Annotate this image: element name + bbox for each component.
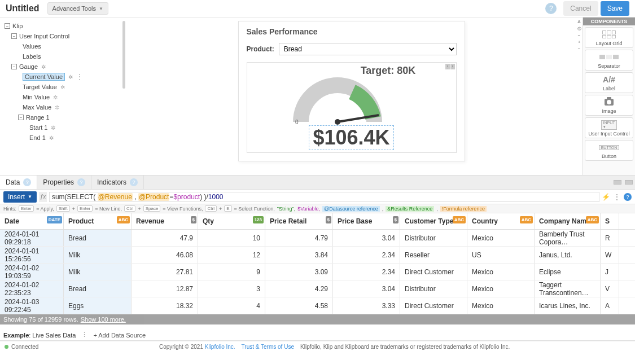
vertical-mini-toolbar[interactable]: A ◎ − + −	[576, 17, 583, 175]
panel-toggle-icon[interactable]	[614, 180, 621, 185]
klipfolio-link[interactable]: Klipfolio Inc.	[205, 344, 235, 350]
tree-range[interactable]: Range 1	[26, 114, 50, 121]
gauge-target-label: Target: 80K	[361, 65, 416, 77]
table-cell: Taggert Transcontinen…	[535, 280, 601, 297]
collapse-icon[interactable]: −	[11, 64, 17, 69]
table-row[interactable]: 2024-01-01 09:29:18Bread47.9104.793.04Di…	[0, 230, 635, 247]
label-icon: A/#	[602, 75, 616, 84]
target-icon[interactable]: ◎	[577, 26, 581, 31]
klip-tree[interactable]: −Klip −User Input Control Values Labels …	[0, 17, 127, 175]
tree-klip[interactable]: Klip	[12, 23, 23, 29]
fx-icon[interactable]: ƒx	[39, 192, 47, 202]
minus-icon[interactable]: −	[578, 46, 581, 51]
table-cell: Eggs	[64, 297, 132, 314]
table-cell: 47.9	[132, 230, 198, 246]
tree-user-input-control[interactable]: User Input Control	[19, 33, 69, 40]
show-more-link[interactable]: Show 100 more.	[81, 316, 126, 323]
table-cell: 18.32	[132, 297, 198, 314]
table-cell: 4.58	[265, 297, 333, 314]
table-row[interactable]: 2024-01-01 15:26:56Milk46.08123.842.34Re…	[0, 247, 635, 264]
table-cell: 2024-01-02 22:35:23	[0, 280, 64, 297]
tree-current-value[interactable]: Current Value	[23, 73, 65, 81]
table-cell: 12	[198, 247, 265, 263]
more-icon[interactable]: ⋮	[81, 331, 87, 339]
table-cell: Bamberly Trust Copora…	[535, 230, 601, 246]
table-cell: US	[467, 247, 535, 263]
component-user-input-control[interactable]: INPUT ▾ User Input Control	[585, 117, 633, 138]
gauge-handle-icon[interactable]: ⋮	[450, 64, 455, 69]
button-chip-icon: BUTTON	[599, 145, 620, 150]
component-layout-grid[interactable]: Layout Grid	[585, 27, 633, 48]
caret-down-icon: ▼	[28, 194, 32, 199]
panel-toggle-icon[interactable]	[625, 180, 633, 185]
table-cell: Milk	[64, 264, 132, 280]
plus-icon[interactable]: +	[578, 40, 581, 45]
help-icon[interactable]: ?	[130, 178, 138, 186]
add-data-source-button[interactable]: + Add Data Source	[93, 332, 146, 339]
svg-point-1	[335, 119, 340, 125]
tab-indicators[interactable]: Indicators?	[91, 176, 144, 189]
tree-end[interactable]: End 1	[29, 134, 46, 141]
gauge-icon: 0	[278, 77, 425, 129]
dash-icon[interactable]: −	[578, 33, 581, 38]
collapse-icon[interactable]: −	[5, 23, 10, 29]
tree-target-value[interactable]: Target Value	[23, 84, 57, 90]
gauge-container: ⋮⋮ Target: 80K 0 $106.4K	[247, 62, 457, 153]
more-icon[interactable]: ⋮	[76, 73, 83, 81]
components-panel: COMPONENTS Layout Grid Separator A/# Lab…	[583, 17, 635, 175]
help-icon[interactable]: ?	[23, 178, 31, 186]
table-cell: 3	[198, 280, 265, 297]
a-icon[interactable]: A	[577, 19, 580, 24]
gauge-handle-icon[interactable]: ⋮	[445, 64, 450, 69]
input-chip-icon: INPUT ▾	[601, 120, 618, 130]
scrollbar[interactable]	[122, 21, 125, 89]
collapse-icon[interactable]: −	[11, 33, 17, 39]
bolt-icon[interactable]: ⚡	[602, 193, 610, 201]
table-cell: 2024-01-01 09:29:18	[0, 230, 64, 246]
table-cell: 3.04	[333, 230, 400, 246]
component-button[interactable]: BUTTON Button	[585, 140, 633, 161]
save-button[interactable]: Save	[601, 1, 629, 16]
tree-max-value[interactable]: Max Value	[23, 104, 51, 111]
cancel-button[interactable]: Cancel	[563, 1, 598, 16]
advanced-tools-button[interactable]: Advanced Tools▼	[47, 2, 108, 15]
product-select[interactable]: Bread	[279, 43, 457, 55]
tab-data[interactable]: Data?	[0, 176, 37, 189]
grid-status-bar: Showing 75 of 12959 rows.Show 100 more.	[0, 314, 635, 324]
more-icon[interactable]: ⋮	[614, 193, 620, 201]
trust-link[interactable]: Trust & Terms of Use	[242, 344, 294, 350]
insert-button[interactable]: Insert▼	[3, 191, 37, 203]
table-cell: Direct Customer	[400, 264, 467, 280]
table-cell: 27.81	[132, 264, 198, 280]
table-cell: 2024-01-03 09:22:45	[0, 297, 64, 314]
table-cell: A	[601, 297, 619, 314]
tree-values[interactable]: Values	[23, 43, 41, 50]
help-icon[interactable]: ?	[545, 3, 557, 14]
tree-start[interactable]: Start 1	[29, 124, 47, 131]
tab-properties[interactable]: Properties?	[37, 176, 91, 189]
status-dot-icon	[5, 345, 8, 349]
collapse-icon[interactable]: −	[18, 115, 24, 120]
product-label: Product:	[247, 45, 274, 53]
help-icon[interactable]: ?	[77, 178, 85, 186]
component-separator[interactable]: Separator	[585, 50, 633, 71]
table-cell: Mexico	[467, 297, 535, 314]
table-row[interactable]: 2024-01-02 22:35:23Bread12.8734.293.04Di…	[0, 280, 635, 297]
tree-gauge[interactable]: Gauge	[19, 63, 38, 70]
tree-min-value[interactable]: Min Value	[23, 94, 50, 100]
table-cell: 2.34	[333, 264, 400, 280]
table-row[interactable]: 2024-01-02 19:03:59Milk27.8193.092.34Dir…	[0, 264, 635, 280]
gauge-value: $106.4K	[313, 126, 389, 150]
component-image[interactable]: Image	[585, 95, 633, 116]
separator-icon	[599, 55, 619, 59]
data-grid[interactable]: DateDATE ProductABC Revenue$ Qty123 Pric…	[0, 213, 635, 330]
table-cell: Distributor	[400, 280, 467, 297]
component-label[interactable]: A/# Label	[585, 72, 633, 93]
example-source[interactable]: Example: Live Sales Data	[3, 332, 76, 339]
table-row[interactable]: 2024-01-03 09:22:45Eggs18.3244.583.33Dir…	[0, 297, 635, 314]
formula-input[interactable]: sum(SELECT( @Revenue , @Product=$product…	[49, 192, 599, 202]
tree-labels[interactable]: Labels	[23, 53, 41, 60]
table-cell: Bread	[64, 280, 132, 297]
table-cell: 2024-01-01 15:26:56	[0, 247, 64, 263]
help-icon[interactable]: ?	[624, 193, 632, 201]
